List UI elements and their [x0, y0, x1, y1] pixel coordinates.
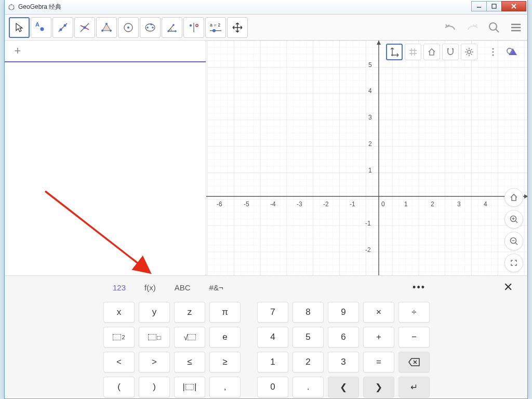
key-minus[interactable]: −	[398, 327, 430, 348]
svg-point-43	[492, 54, 494, 56]
settings-button[interactable]	[461, 44, 477, 60]
key-square[interactable]: 2	[103, 327, 135, 348]
kb-tab-numeric[interactable]: 123	[103, 280, 135, 295]
search-button[interactable]	[487, 20, 501, 35]
key-x[interactable]: x	[103, 302, 135, 323]
svg-rect-54	[207, 41, 527, 275]
key-5[interactable]: 5	[292, 327, 324, 348]
svg-point-35	[489, 23, 497, 30]
key-lt[interactable]: <	[103, 352, 135, 373]
svg-point-40	[468, 50, 471, 54]
svg-point-42	[492, 51, 494, 52]
y-tick: -1	[365, 220, 371, 227]
svg-point-34	[212, 29, 216, 32]
y-tick: -2	[365, 246, 371, 254]
svg-point-12	[64, 24, 66, 26]
key-6[interactable]: 6	[328, 327, 359, 348]
key-rparen[interactable]: )	[139, 377, 170, 397]
maximize-button[interactable]	[486, 1, 502, 11]
graphics-more-button[interactable]	[485, 44, 501, 60]
tool-circle[interactable]	[118, 17, 139, 38]
key-lparen[interactable]: (	[103, 377, 135, 397]
key-0[interactable]: 0	[257, 377, 288, 397]
tool-ellipse[interactable]	[140, 17, 161, 38]
graphics-side-buttons	[504, 188, 523, 272]
key-le[interactable]: ≤	[174, 352, 205, 373]
algebra-input[interactable]	[31, 44, 206, 58]
x-tick: 4	[484, 201, 487, 208]
y-tick: 2	[368, 140, 372, 148]
key-multiply[interactable]: ×	[363, 302, 394, 323]
y-tick: 1	[368, 167, 372, 174]
menu-button[interactable]	[509, 20, 523, 35]
add-input-button[interactable]: +	[5, 44, 31, 58]
key-equals[interactable]: =	[363, 352, 394, 373]
key-2[interactable]: 2	[292, 352, 324, 373]
key-e[interactable]: e	[209, 327, 241, 348]
svg-rect-5	[492, 4, 496, 8]
key-plus[interactable]: +	[363, 327, 394, 348]
grid-toggle[interactable]	[405, 44, 421, 60]
redo-button[interactable]	[465, 20, 480, 35]
window-buttons	[472, 3, 526, 11]
tool-line[interactable]	[52, 17, 73, 38]
graphics-view[interactable]: -6 -5 -4 -3 -2 -1 0 1 2 3 4 5 1 2 3 4 5 …	[206, 41, 527, 275]
key-4[interactable]: 4	[257, 327, 288, 348]
key-backspace[interactable]	[398, 352, 430, 373]
axes-toggle[interactable]	[386, 44, 403, 60]
tool-angle[interactable]	[162, 17, 182, 38]
key-pi[interactable]: π	[209, 302, 241, 323]
key-1[interactable]: 1	[257, 352, 288, 373]
key-left[interactable]: ❮	[328, 377, 359, 397]
kb-tab-functions[interactable]: f(x)	[135, 280, 165, 295]
tool-slider[interactable]: a = 2	[205, 17, 226, 38]
fullscreen-button[interactable]	[504, 254, 523, 272]
key-right[interactable]: ❯	[363, 377, 394, 397]
snap-button[interactable]	[442, 44, 459, 60]
svg-point-3	[9, 8, 10, 9]
key-9[interactable]: 9	[328, 302, 359, 323]
key-divide[interactable]: ÷	[398, 302, 430, 323]
tool-polygon[interactable]	[96, 17, 117, 38]
key-comma[interactable]: ,	[209, 377, 241, 397]
key-3[interactable]: 3	[328, 352, 359, 373]
kb-tab-symbols[interactable]: #&¬	[200, 280, 233, 295]
zoom-in-button[interactable]	[504, 210, 523, 229]
key-y[interactable]: y	[139, 302, 170, 323]
key-gt[interactable]: >	[139, 352, 170, 373]
kb-more-button[interactable]: •••	[413, 282, 425, 293]
close-button[interactable]	[501, 1, 526, 11]
style-bar-button[interactable]	[503, 44, 520, 60]
tool-reflect[interactable]	[183, 17, 204, 38]
svg-point-15	[84, 26, 86, 29]
key-sqrt[interactable]: √	[174, 327, 205, 348]
key-z[interactable]: z	[174, 302, 205, 323]
zoom-out-button[interactable]	[504, 232, 523, 250]
tool-perpendicular[interactable]	[74, 17, 95, 38]
home-view-button[interactable]	[423, 44, 440, 60]
svg-point-23	[147, 26, 149, 29]
tool-translate[interactable]	[227, 17, 248, 38]
kb-tab-alpha[interactable]: ABC	[165, 280, 200, 295]
undo-button[interactable]	[443, 20, 458, 35]
svg-point-31	[196, 24, 198, 26]
coordinate-grid	[206, 41, 527, 275]
svg-point-9	[41, 27, 44, 31]
key-ge[interactable]: ≥	[209, 352, 241, 373]
svg-point-30	[190, 24, 192, 26]
minimize-button[interactable]	[471, 1, 487, 11]
key-abs[interactable]: ||	[174, 377, 205, 397]
key-power[interactable]	[139, 327, 170, 348]
svg-point-0	[9, 5, 14, 10]
standard-view-button[interactable]	[504, 188, 523, 207]
x-tick: -6	[217, 201, 222, 208]
key-enter[interactable]: ↵	[398, 377, 430, 397]
tool-point[interactable]: A	[31, 17, 51, 38]
svg-line-47	[515, 221, 517, 223]
key-7[interactable]: 7	[257, 302, 288, 323]
key-dot[interactable]: .	[292, 377, 324, 397]
tool-move[interactable]	[9, 17, 30, 38]
svg-point-18	[110, 30, 112, 32]
key-8[interactable]: 8	[292, 302, 324, 323]
kb-close-button[interactable]: ✕	[498, 278, 518, 296]
